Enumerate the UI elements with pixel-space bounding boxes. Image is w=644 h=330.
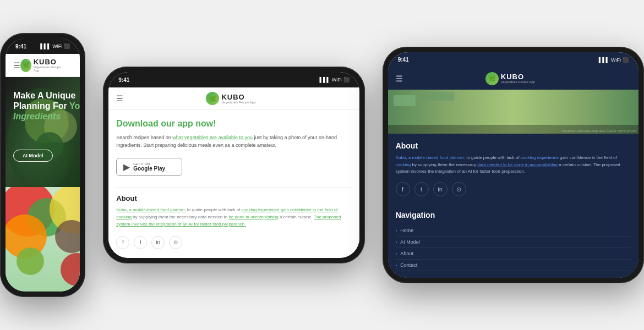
navigation-title: Navigation	[396, 211, 631, 219]
logo-text-3: KUBO	[501, 73, 535, 80]
status-bar-3: 9:41 ▌▌▌WiFi⬛	[388, 52, 638, 68]
nav-item-contact[interactable]: › Contact	[396, 260, 631, 271]
phone-3: 9:41 ▌▌▌WiFi⬛ ☰ 🌿 KUBO Vegetables Recipe…	[383, 47, 644, 283]
logo-1: 🌿 KUBO Vegetables Recipe App	[20, 58, 61, 72]
chevron-aimodel: ›	[396, 240, 397, 245]
status-icons-1: ▌▌▌WiFi⬛	[40, 43, 70, 49]
logo-text-2: KUBO	[221, 94, 255, 101]
about-section-p3: About Kubo, a mobile-based food planner,…	[388, 134, 638, 204]
facebook-icon[interactable]: f	[116, 236, 129, 249]
status-bar-1: 9:41 ▌▌▌WiFi⬛	[6, 38, 80, 54]
download-description: Search recipes based on what vegetables …	[116, 134, 351, 149]
status-icons-2: ▌▌▌WiFi⬛	[320, 77, 350, 82]
facebook-icon-dark[interactable]: f	[396, 182, 410, 196]
chevron-about: ›	[396, 251, 397, 256]
hero-text: Make A Unique Planning For Your Ingredie…	[13, 90, 80, 162]
social-icons-p3: f t in ⊙	[396, 182, 631, 196]
hamburger-icon-2[interactable]: ☰	[116, 94, 123, 103]
logo-icon-2: 🌿	[206, 92, 219, 105]
app-header-3: ☰ 🌿 KUBO Vegetables Recipe App	[388, 68, 638, 90]
nav-label-home: Home	[400, 228, 413, 233]
app-header-2: ☰ 🌿 KUBO Vegetables Recipe App	[108, 87, 359, 110]
nav-item-home[interactable]: › Home	[396, 225, 631, 237]
nav-item-aimodel[interactable]: › AI Model	[396, 237, 631, 248]
download-title: Download our app now!	[116, 119, 351, 129]
logo-sub-3: Vegetables Recipe App	[501, 80, 535, 84]
navigation-section: Navigation › Home › AI Model › About › C…	[388, 204, 638, 278]
logo-text-1: KUBO	[34, 58, 62, 65]
logo-sub-1: Vegetables Recipe App	[34, 65, 62, 72]
hero-section: Make A Unique Planning For Your Ingredie…	[6, 77, 80, 187]
veggie-collage	[6, 187, 80, 292]
logo-sub-2: Vegetables Recipe App	[221, 101, 255, 104]
gplay-bottom-text: Google Play	[133, 166, 165, 172]
ai-model-button[interactable]: AI Model	[13, 150, 53, 162]
status-time-2: 9:41	[118, 77, 129, 83]
chevron-home: ›	[396, 228, 397, 233]
hamburger-icon-3[interactable]: ☰	[396, 74, 403, 83]
play-icon: ▶	[123, 162, 130, 172]
hero-title-line2: Planning For Your	[13, 101, 80, 111]
social-icons-p2: f t in ⊙	[116, 236, 351, 249]
download-title-normal: Download	[116, 119, 161, 128]
linkedin-icon[interactable]: in	[151, 236, 165, 249]
map-label: Keyboard shortcuts Map data ©2023 Terms …	[562, 129, 636, 133]
app-header-1: ☰ 🌿 KUBO Vegetables Recipe App	[6, 54, 80, 77]
phone-1: 9:41 ▌▌▌WiFi⬛ ☰ 🌿 KUBO Vegetables Recipe…	[0, 33, 85, 297]
nav-item-about[interactable]: › About	[396, 248, 631, 260]
logo-2: 🌿 KUBO Vegetables Recipe App	[206, 92, 255, 105]
nav-label-aimodel: AI Model	[400, 239, 420, 245]
google-play-button[interactable]: ▶ GET IT ON Google Play	[116, 158, 182, 176]
status-icons-3: ▌▌▌WiFi⬛	[599, 57, 629, 63]
download-title-bold: our app now!	[161, 119, 216, 128]
twitter-icon-dark[interactable]: t	[414, 182, 429, 196]
twitter-icon[interactable]: t	[134, 236, 147, 249]
linkedin-icon-dark[interactable]: in	[433, 182, 447, 196]
chevron-contact: ›	[396, 263, 397, 268]
phone-2: 9:41 ▌▌▌WiFi⬛ ☰ 🌿 KUBO Vegetables Recipe…	[103, 67, 364, 263]
download-section: Download our app now! Search recipes bas…	[108, 110, 359, 257]
about-text-p3: Kubo, a mobile-based food planner, to gu…	[396, 155, 631, 175]
nav-label-about: About	[400, 251, 413, 256]
logo-icon-3: 🌿	[485, 72, 499, 85]
about-title-p3: About	[396, 141, 631, 150]
map-section: Keyboard shortcuts Map data ©2023 Terms …	[388, 90, 638, 134]
nav-label-contact: Contact	[400, 262, 417, 268]
status-time-3: 9:41	[398, 57, 409, 63]
logo-3: 🌿 KUBO Vegetables Recipe App	[485, 72, 535, 85]
status-bar-2: 9:41 ▌▌▌WiFi⬛	[108, 72, 359, 87]
hero-title-line1: Make A Unique	[13, 90, 80, 101]
status-time-1: 9:41	[15, 43, 26, 50]
github-icon-dark[interactable]: ⊙	[452, 182, 466, 196]
hamburger-icon-1[interactable]: ☰	[13, 61, 20, 70]
hero-title-line3: Ingredients	[13, 111, 80, 122]
github-icon[interactable]: ⊙	[169, 236, 182, 249]
logo-icon-1: 🌿	[20, 59, 31, 72]
about-text-p2: Kubo, a mobile-based food planner, to gu…	[116, 207, 351, 228]
divider-1	[116, 187, 351, 188]
about-title-p2: About	[116, 194, 351, 202]
